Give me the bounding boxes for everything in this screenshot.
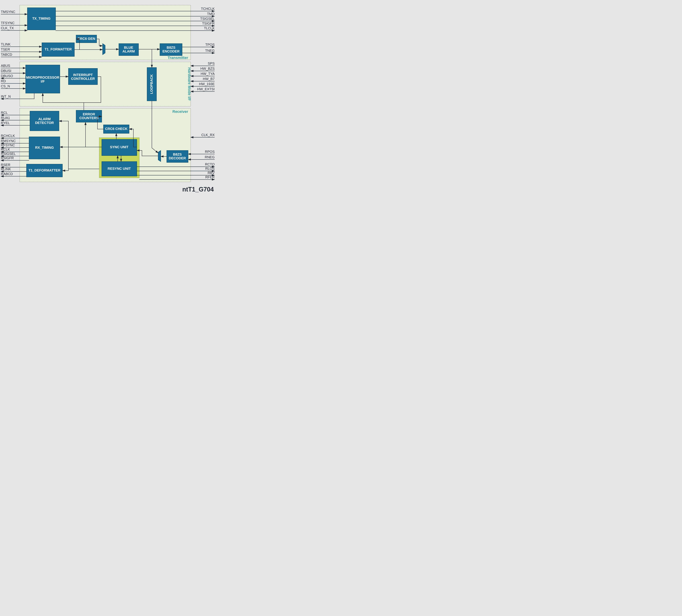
svg-text:RFSYNC: RFSYNC xyxy=(1,143,15,147)
block-microprocessor: MICROPROCESSOR I/F xyxy=(26,65,60,93)
svg-text:TCHCLK: TCHCLK xyxy=(201,7,215,10)
svg-text:RX_TIMING: RX_TIMING xyxy=(35,146,54,150)
svg-text:TSIGFR: TSIGFR xyxy=(202,22,214,25)
mux-rx xyxy=(158,151,161,162)
svg-text:RYEL: RYEL xyxy=(1,121,10,125)
svg-text:TFSYNC: TFSYNC xyxy=(1,21,15,25)
svg-text:TNEG: TNEG xyxy=(205,49,214,52)
svg-text:ENCODER: ENCODER xyxy=(162,49,180,53)
svg-text:HW_193E: HW_193E xyxy=(199,82,214,86)
svg-text:DECODER: DECODER xyxy=(169,156,186,160)
svg-text:TSIGSEL: TSIGSEL xyxy=(200,17,214,21)
block-rx-timing: RX_TIMING xyxy=(29,137,60,159)
svg-text:SPS: SPS xyxy=(208,62,214,65)
svg-text:RNEG: RNEG xyxy=(205,155,214,159)
block-b8zs-encoder: B8ZS ENCODER xyxy=(160,44,182,55)
svg-text:SYNC UNIT: SYNC UNIT xyxy=(110,145,129,149)
svg-text:TMO: TMO xyxy=(207,12,214,16)
svg-text:RSER: RSER xyxy=(1,163,10,167)
svg-text:LOOPBACK: LOOPBACK xyxy=(150,74,153,94)
svg-text:RABCD: RABCD xyxy=(1,172,13,176)
svg-text:TSER: TSER xyxy=(1,48,10,51)
svg-text:RFER: RFER xyxy=(205,175,214,179)
svg-text:HW_TYA: HW_TYA xyxy=(201,72,215,76)
svg-text:CLK_RX: CLK_RX xyxy=(201,133,214,137)
svg-text:TLCLK: TLCLK xyxy=(204,26,215,30)
svg-text:RLINK: RLINK xyxy=(1,167,11,171)
svg-text:HW_B7: HW_B7 xyxy=(203,77,214,81)
svg-text:DBUSI: DBUSI xyxy=(1,69,11,73)
svg-text:TLINK: TLINK xyxy=(1,42,10,46)
svg-text:TABCD: TABCD xyxy=(1,53,12,56)
panel-receiver-label: Receiver xyxy=(173,109,188,114)
block-alarm-detector: ALARM DETECTOR xyxy=(30,111,59,131)
svg-text:DETECTOR: DETECTOR xyxy=(35,121,54,124)
svg-text:COUNTERS: COUNTERS xyxy=(79,116,98,120)
svg-text:B8ZS: B8ZS xyxy=(166,46,175,49)
block-resync-unit: RESYNC UNIT xyxy=(102,162,137,176)
svg-text:TPOS: TPOS xyxy=(205,43,214,46)
svg-text:RPOS: RPOS xyxy=(205,150,214,154)
svg-text:B8ZS: B8ZS xyxy=(173,153,182,156)
block-sync-unit: SYNC UNIT xyxy=(102,139,137,156)
svg-text:RCTO: RCTO xyxy=(205,162,214,166)
svg-text:DBUSO: DBUSO xyxy=(1,74,13,78)
svg-text:RBV: RBV xyxy=(208,171,215,175)
svg-text:ERROR: ERROR xyxy=(83,112,95,116)
block-crc6-check: CRC6 CHECK xyxy=(104,125,129,133)
svg-text:RCLK: RCLK xyxy=(1,147,10,151)
block-b8zs-decoder: B8ZS DECODER xyxy=(167,151,188,162)
svg-text:T1_DEFORMATTER: T1_DEFORMATTER xyxy=(28,168,61,172)
block-t1-deformatter: T1_DEFORMATTER xyxy=(26,164,63,177)
block-interrupt-controller: INTERRUPT CONTROLLER xyxy=(68,68,97,85)
svg-text:RUA1: RUA1 xyxy=(1,116,10,120)
diagram-title: ntT1_G704 xyxy=(182,186,214,193)
svg-text:RCHCLK: RCHCLK xyxy=(1,134,15,138)
svg-text:CLK_TX: CLK_TX xyxy=(1,26,14,30)
svg-text:T1_FORMATTER: T1_FORMATTER xyxy=(45,47,72,51)
svg-text:I/F: I/F xyxy=(41,79,45,83)
block-t1-formatter: T1_FORMATTER xyxy=(42,43,74,56)
svg-text:TMSYNC: TMSYNC xyxy=(1,10,15,14)
svg-text:CS_N: CS_N xyxy=(1,84,10,88)
svg-text:TX_TIMING: TX_TIMING xyxy=(32,17,51,20)
svg-text:CRC6 CHECK: CRC6 CHECK xyxy=(105,127,128,131)
svg-text:RESYNC UNIT: RESYNC UNIT xyxy=(108,167,131,170)
svg-text:RLOS: RLOS xyxy=(205,167,214,170)
panel-transmitter-label: Transmitter xyxy=(167,55,188,60)
svg-text:CRC6 GEN: CRC6 GEN xyxy=(77,37,95,41)
block-loopback: LOOPBACK xyxy=(147,68,157,101)
block-blue-alarm: BLUE ALARM xyxy=(119,44,138,55)
svg-text:MICROPROCESSOR: MICROPROCESSOR xyxy=(26,75,60,79)
mux-tx xyxy=(103,44,105,55)
svg-text:RMSYNC: RMSYNC xyxy=(1,139,16,143)
svg-text:RSIGFR: RSIGFR xyxy=(1,156,14,160)
svg-text:BLUE: BLUE xyxy=(124,46,133,49)
svg-text:HW_EXTSI: HW_EXTSI xyxy=(197,87,214,91)
block-tx-timing: TX_TIMING xyxy=(27,8,55,30)
svg-text:ABUS: ABUS xyxy=(1,64,10,68)
svg-text:CONTROLLER: CONTROLLER xyxy=(71,77,95,81)
panel-hwmode-label: Hardware Mode I/F xyxy=(187,67,191,101)
svg-text:RSIGSEL: RSIGSEL xyxy=(1,152,16,156)
svg-text:RD: RD xyxy=(1,79,6,83)
svg-text:HW_BZS: HW_BZS xyxy=(200,67,214,71)
svg-text:INT_N: INT_N xyxy=(1,94,11,98)
svg-text:INTERRUPT: INTERRUPT xyxy=(73,73,93,77)
svg-text:ALARM: ALARM xyxy=(38,117,51,121)
svg-text:RCL: RCL xyxy=(1,111,8,115)
svg-text:ALARM: ALARM xyxy=(122,49,135,53)
